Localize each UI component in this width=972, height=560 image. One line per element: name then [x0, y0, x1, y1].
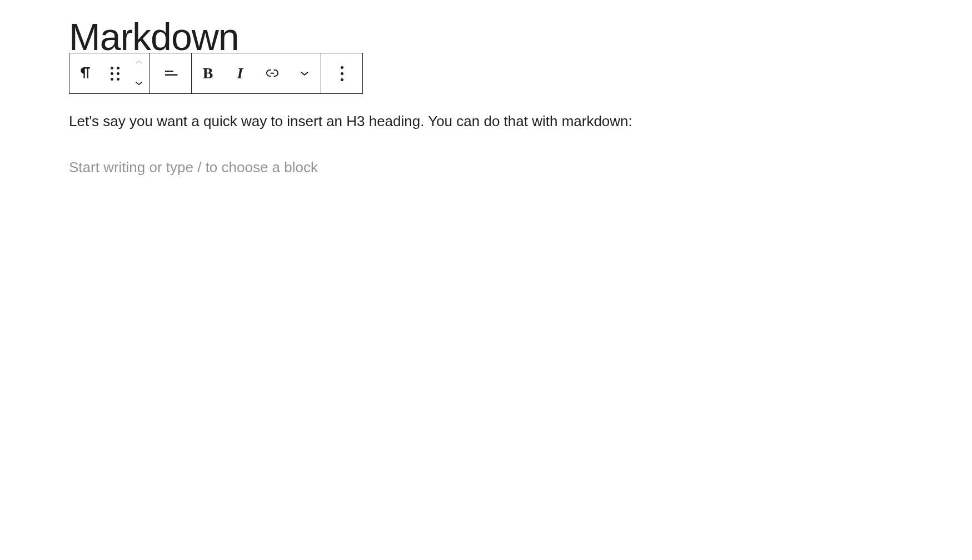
block-toolbar: B I: [69, 53, 363, 94]
link-button[interactable]: [256, 53, 288, 93]
toolbar-group-format: B I: [192, 53, 321, 93]
link-icon: [264, 64, 281, 83]
block-mover-group: [128, 53, 149, 93]
page-title[interactable]: Markdown: [69, 18, 972, 56]
italic-button[interactable]: I: [224, 53, 256, 93]
pilcrow-icon: [77, 64, 94, 83]
options-button[interactable]: [321, 53, 362, 93]
toolbar-group-options: [321, 53, 362, 93]
move-up-button[interactable]: [128, 53, 149, 73]
editor-container: Markdown: [0, 0, 972, 178]
empty-block-placeholder[interactable]: Start writing or type / to choose a bloc…: [69, 157, 972, 178]
drag-handle-icon: [111, 67, 119, 81]
content-paragraph[interactable]: Let's say you want a quick way to insert…: [69, 111, 972, 132]
italic-icon: I: [237, 64, 243, 82]
bold-icon: B: [203, 64, 213, 82]
paragraph-block-button[interactable]: [69, 53, 102, 93]
align-left-icon: [162, 64, 179, 83]
toolbar-group-block-type: [69, 53, 150, 93]
move-down-button[interactable]: [128, 73, 149, 93]
more-format-button[interactable]: [288, 53, 321, 93]
toolbar-group-align: [150, 53, 192, 93]
drag-handle-button[interactable]: [102, 53, 128, 93]
chevron-down-icon: [296, 64, 313, 83]
more-vertical-icon: [341, 66, 343, 81]
bold-button[interactable]: B: [192, 53, 224, 93]
align-button[interactable]: [150, 53, 191, 93]
chevron-down-icon: [132, 76, 146, 92]
chevron-up-icon: [132, 56, 146, 72]
